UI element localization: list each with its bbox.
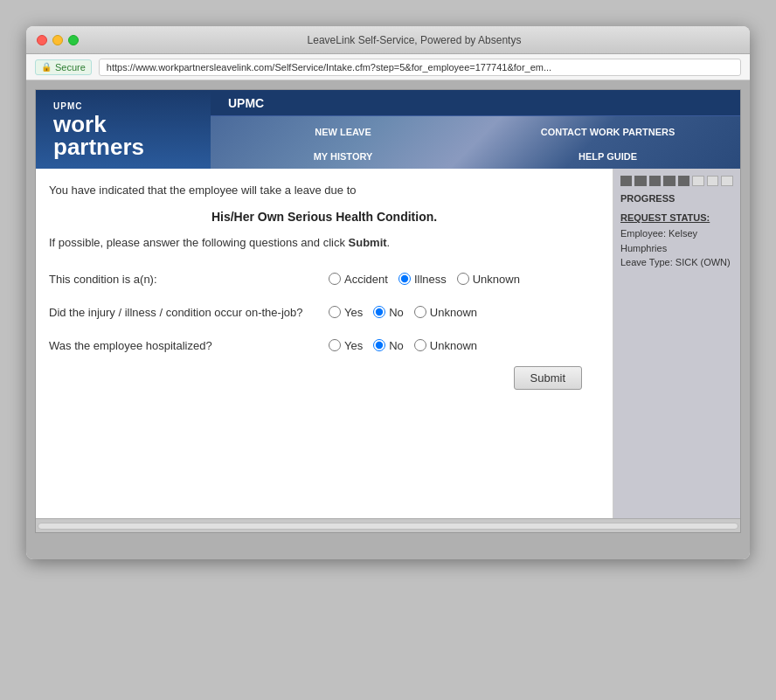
intro-text-1: You have indicated that the employee wil…: [49, 184, 356, 197]
q2-row: Did the injury / illness / condition occ…: [49, 300, 599, 324]
nav-help[interactable]: HELP GUIDE: [475, 144, 740, 169]
q3-label: Was the employee hospitalized?: [49, 339, 329, 352]
q1-accident-label: Accident: [344, 273, 388, 286]
secure-badge: 🔒 Secure: [35, 59, 92, 75]
window-title: LeaveLink Self-Service, Powered by Absen…: [89, 34, 739, 46]
page-content: UPMC work partners UPMC NEW LEAVE CONTAC…: [26, 80, 750, 542]
q3-radio-group: Yes No Unknown: [329, 339, 477, 352]
q1-illness-radio[interactable]: [398, 273, 411, 285]
logo-work: work: [53, 113, 144, 135]
q3-no-option[interactable]: No: [373, 339, 404, 352]
progress-seg-8: [721, 176, 733, 186]
q1-illness-option[interactable]: Illness: [398, 273, 447, 286]
logo-upmc: UPMC: [53, 101, 144, 111]
q3-no-radio[interactable]: [373, 339, 385, 351]
progress-bar-row: [620, 176, 733, 186]
maximize-button[interactable]: [68, 35, 79, 45]
leave-type: Leave Type: SICK (OWN): [620, 255, 733, 270]
sidebar: PROGRESS REQUEST STATUS: Employee: Kelse…: [613, 169, 740, 518]
q3-yes-label: Yes: [344, 339, 363, 352]
progress-seg-1: [620, 176, 632, 186]
q3-yes-option[interactable]: Yes: [329, 339, 363, 352]
q1-illness-label: Illness: [414, 273, 447, 286]
footer-bar: [26, 542, 750, 559]
q2-radio-group: Yes No Unknown: [329, 306, 477, 319]
q3-unknown-radio[interactable]: [414, 339, 426, 351]
progress-seg-4: [663, 176, 675, 186]
q2-yes-radio[interactable]: [329, 306, 341, 318]
nav-title: UPMC: [228, 96, 264, 110]
q2-unknown-option[interactable]: Unknown: [414, 306, 477, 319]
lock-icon: 🔒: [41, 62, 52, 72]
q1-row: This condition is a(n): Accident Illness: [49, 267, 599, 291]
nav-new-leave[interactable]: NEW LEAVE: [211, 120, 475, 144]
q2-label: Did the injury / illness / condition occ…: [49, 306, 329, 319]
scrollbar-area: [36, 518, 740, 532]
browser-window: LeaveLink Self-Service, Powered by Absen…: [26, 26, 750, 559]
submit-row: Submit: [49, 366, 599, 390]
url-bar[interactable]: https://www.workpartnersleavelink.com/Se…: [99, 59, 741, 76]
nav-buttons: NEW LEAVE CONTACT WORK PARTNERS MY HISTO…: [211, 120, 740, 169]
progress-seg-7: [707, 176, 719, 186]
logo-text: UPMC work partners: [53, 101, 144, 158]
request-status-label: REQUEST STATUS:: [620, 212, 733, 223]
website-wrapper: UPMC work partners UPMC NEW LEAVE CONTAC…: [35, 89, 741, 533]
progress-seg-3: [649, 176, 661, 186]
q2-yes-label: Yes: [344, 306, 363, 319]
q3-row: Was the employee hospitalized? Yes No: [49, 333, 599, 357]
q2-no-option[interactable]: No: [373, 306, 404, 319]
q3-yes-radio[interactable]: [329, 339, 341, 351]
q2-unknown-label: Unknown: [430, 306, 477, 319]
q3-unknown-option[interactable]: Unknown: [414, 339, 477, 352]
main-layout: You have indicated that the employee wil…: [36, 169, 740, 518]
q1-unknown-option[interactable]: Unknown: [457, 273, 520, 286]
content-area: You have indicated that the employee wil…: [36, 169, 613, 518]
condition-title: His/Her Own Serious Health Condition.: [49, 210, 599, 224]
q3-unknown-label: Unknown: [430, 339, 477, 352]
q2-yes-option[interactable]: Yes: [329, 306, 363, 319]
nav-contact[interactable]: CONTACT WORK PARTNERS: [475, 120, 740, 144]
traffic-lights: [37, 35, 79, 45]
employee-name: Employee: Kelsey Humphries: [620, 226, 733, 255]
instruction-text: If possible, please answer the following…: [49, 234, 599, 252]
q1-radio-group: Accident Illness Unknown: [329, 273, 520, 286]
secure-label: Secure: [55, 62, 86, 73]
q1-label: This condition is a(n):: [49, 273, 329, 286]
nav-history[interactable]: MY HISTORY: [211, 144, 475, 169]
q1-unknown-radio[interactable]: [457, 273, 469, 285]
address-bar: 🔒 Secure https://www.workpartnersleaveli…: [26, 54, 750, 80]
progress-seg-6: [692, 176, 704, 186]
intro-text: You have indicated that the employee wil…: [49, 182, 599, 199]
q2-unknown-radio[interactable]: [414, 306, 426, 318]
scrollbar-track[interactable]: [38, 523, 738, 530]
q3-no-label: No: [389, 339, 404, 352]
q2-no-radio[interactable]: [373, 306, 385, 318]
logo-partners: partners: [53, 135, 144, 158]
minimize-button[interactable]: [52, 35, 63, 45]
q1-accident-option[interactable]: Accident: [329, 273, 388, 286]
logo-area: UPMC work partners: [36, 90, 211, 169]
close-button[interactable]: [37, 35, 47, 45]
nav-image: NEW LEAVE CONTACT WORK PARTNERS MY HISTO…: [211, 116, 740, 169]
title-bar: LeaveLink Self-Service, Powered by Absen…: [26, 26, 750, 54]
q1-accident-radio[interactable]: [329, 273, 341, 285]
site-header: UPMC work partners UPMC NEW LEAVE CONTAC…: [36, 90, 740, 169]
nav-area: UPMC NEW LEAVE CONTACT WORK PARTNERS MY …: [211, 90, 740, 169]
submit-button[interactable]: Submit: [514, 366, 582, 390]
progress-seg-5: [678, 176, 689, 186]
q1-unknown-label: Unknown: [473, 273, 520, 286]
submit-bold: Submit: [349, 236, 387, 249]
progress-seg-2: [634, 176, 646, 186]
progress-label: PROGRESS: [620, 193, 733, 204]
q2-no-label: No: [389, 306, 404, 319]
nav-top: UPMC: [211, 90, 740, 116]
